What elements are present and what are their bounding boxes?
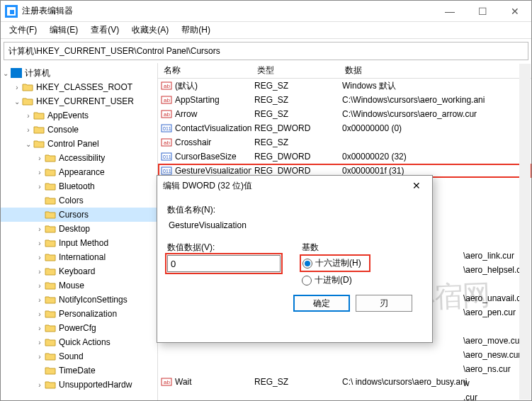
ok-button[interactable]: 确定 <box>293 295 350 312</box>
expand-icon[interactable]: › <box>35 339 45 346</box>
tree-item[interactable]: ›International <box>1 250 157 264</box>
value-type: REG_DWORD <box>251 166 339 176</box>
folder-icon <box>45 266 56 276</box>
menu-favorites[interactable]: 收藏夹(A) <box>126 23 174 38</box>
tree-item[interactable]: ›Personalization <box>1 307 157 321</box>
tree-item[interactable]: ›PowerCfg <box>1 321 157 335</box>
expand-icon[interactable]: › <box>35 254 45 261</box>
value-data: 0x00000000 (0) <box>339 123 531 133</box>
tree-item[interactable]: ›Sound <box>1 349 157 363</box>
minimize-button[interactable]: — <box>434 1 466 22</box>
expand-icon[interactable]: › <box>35 183 45 191</box>
tree-label: NotifyIconSettings <box>59 295 128 305</box>
value-data-input[interactable] <box>167 255 281 272</box>
list-header: 名称 类型 数据 <box>158 63 531 79</box>
cancel-button[interactable]: 刃 <box>356 295 412 312</box>
folder-icon <box>45 153 56 163</box>
svg-text:011: 011 <box>163 154 171 159</box>
tree-item[interactable]: ›TimeDate <box>1 363 157 378</box>
string-value-icon: ab <box>161 95 172 105</box>
expand-icon[interactable]: › <box>35 268 45 276</box>
tree-pane[interactable]: ⌄ 计算机 › HKEY_CLASSES_ROOT ⌄ HKEY_CURRENT… <box>1 63 158 400</box>
tree-item[interactable]: ›Cursors <box>1 208 157 222</box>
tree-item[interactable]: ›Appearance <box>1 165 157 179</box>
value-name: AppStarting <box>175 95 220 105</box>
radio-label: 十进制(D) <box>315 274 352 286</box>
tree-item[interactable]: ›Input Method <box>1 236 157 250</box>
folder-icon <box>45 337 56 347</box>
expand-icon[interactable]: › <box>35 154 45 162</box>
close-button[interactable]: ✕ <box>499 1 531 22</box>
tree-item[interactable]: ›Mouse <box>1 278 157 293</box>
value-type: REG_SZ <box>251 109 339 119</box>
tree-label: Personalization <box>59 309 117 319</box>
tree-root[interactable]: ⌄ 计算机 <box>1 66 157 80</box>
value-data: 0x0000001f (31) <box>339 166 531 176</box>
expand-icon[interactable]: › <box>35 381 45 389</box>
expand-icon[interactable]: › <box>35 282 45 290</box>
expand-icon[interactable]: › <box>35 225 45 233</box>
col-type[interactable]: 类型 <box>251 64 339 77</box>
tree-item[interactable]: ›NotifyIconSettings <box>1 293 157 307</box>
dword-value-icon: 011 <box>161 152 172 162</box>
dialog-close-button[interactable]: ✕ <box>407 176 426 196</box>
tree-controlpanel[interactable]: ⌄ Control Panel <box>1 137 157 151</box>
list-item[interactable]: 011ContactVisualizationREG_DWORD0x000000… <box>158 121 531 135</box>
collapse-icon[interactable]: ⌄ <box>12 98 22 106</box>
radio-dec[interactable]: 十进制(D) <box>302 274 422 286</box>
computer-icon <box>11 68 22 78</box>
dword-value-icon: 011 <box>161 123 172 133</box>
svg-text:ab: ab <box>164 83 170 89</box>
list-item[interactable]: abAppStartingREG_SZC:\Windows\cursors\ae… <box>158 93 531 107</box>
tree-item[interactable]: ›UnsupportedHardw <box>1 378 157 392</box>
list-item[interactable]: ab Wait REG_SZ C:\ indows\cursors\aero_b… <box>158 375 531 389</box>
tree-appevents[interactable]: › AppEvents <box>1 108 157 123</box>
collapse-icon[interactable]: ⌄ <box>1 69 11 77</box>
tree-label: International <box>59 252 106 262</box>
address-bar[interactable]: 计算机\HKEY_CURRENT_USER\Control Panel\Curs… <box>4 42 528 60</box>
tree-hkcu[interactable]: ⌄ HKEY_CURRENT_USER <box>1 94 157 108</box>
tree-item[interactable]: ›Bluetooth <box>1 179 157 193</box>
folder-icon <box>45 323 56 333</box>
regedit-icon <box>5 5 18 18</box>
tree-item[interactable]: ›Accessibility <box>1 151 157 165</box>
value-type: REG_SZ <box>251 81 339 91</box>
menu-file[interactable]: 文件(F) <box>4 23 43 38</box>
expand-icon[interactable]: › <box>35 169 45 176</box>
expand-icon[interactable]: › <box>23 126 33 134</box>
list-item[interactable]: ab(默认)REG_SZWindows 默认 <box>158 79 531 93</box>
tree-item[interactable]: ›Keyboard <box>1 264 157 278</box>
tree-hkcr[interactable]: › HKEY_CLASSES_ROOT <box>1 80 157 94</box>
dialog-titlebar[interactable]: 编辑 DWORD (32 位)值 ✕ <box>157 176 432 196</box>
list-item[interactable]: abArrowREG_SZC:\Windows\cursors\aero_arr… <box>158 107 531 121</box>
vertical-scrollbar[interactable] <box>519 64 531 400</box>
titlebar[interactable]: 注册表编辑器 — ☐ ✕ <box>1 1 531 22</box>
tree-item[interactable]: ›Desktop <box>1 222 157 236</box>
tree-item[interactable]: ›Quick Actions <box>1 335 157 349</box>
menu-edit[interactable]: 编辑(E) <box>44 23 84 38</box>
tree-console[interactable]: › Console <box>1 123 157 137</box>
tree-item[interactable]: ›Colors <box>1 193 157 208</box>
col-data[interactable]: 数据 <box>339 64 531 77</box>
expand-icon[interactable]: › <box>23 112 33 120</box>
expand-icon[interactable]: › <box>12 84 22 91</box>
value-data: C:\Windows\cursors\aero_working.ani <box>339 95 531 105</box>
expand-icon[interactable]: › <box>35 324 45 332</box>
menu-view[interactable]: 查看(V) <box>85 23 125 38</box>
expand-icon[interactable]: › <box>35 310 45 318</box>
expand-icon[interactable]: › <box>35 296 45 304</box>
menu-help[interactable]: 帮助(H) <box>176 23 216 38</box>
maximize-button[interactable]: ☐ <box>466 1 499 22</box>
list-item[interactable]: 011CursorBaseSizeREG_DWORD0x00000020 (32… <box>158 149 531 164</box>
col-name[interactable]: 名称 <box>158 64 251 77</box>
tree-label: Sound <box>59 351 84 361</box>
value-list[interactable]: ab(默认)REG_SZWindows 默认abAppStartingREG_S… <box>158 79 531 178</box>
expand-icon[interactable]: › <box>35 239 45 247</box>
list-item[interactable]: abCrosshairREG_SZ <box>158 135 531 149</box>
value-name-label: 数值名称(N): <box>167 204 422 216</box>
collapse-icon[interactable]: ⌄ <box>23 140 33 148</box>
tree-label: UnsupportedHardw <box>59 380 132 390</box>
tree-label: Bluetooth <box>59 181 95 191</box>
radio-hex[interactable]: 十六进制(H) <box>302 256 368 270</box>
expand-icon[interactable]: › <box>35 353 45 361</box>
